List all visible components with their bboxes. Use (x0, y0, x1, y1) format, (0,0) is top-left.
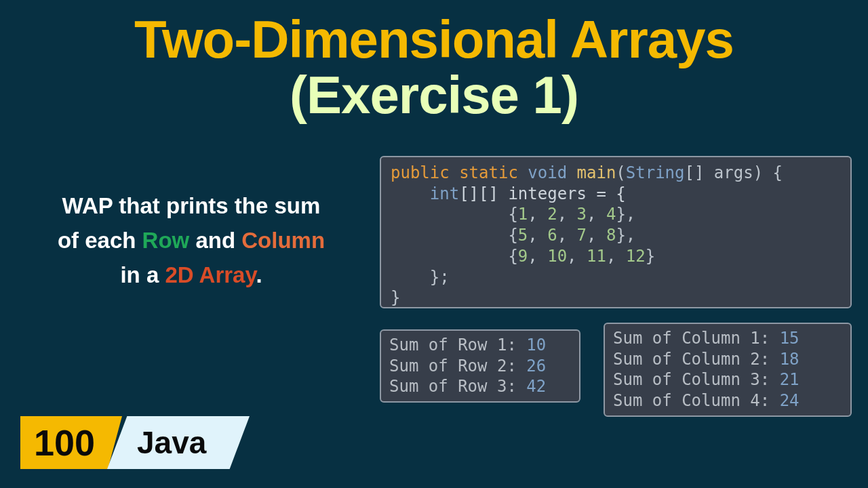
title-line-2: (Exercise 1) (0, 68, 868, 123)
output-column-sums: Sum of Column 1: 15 Sum of Column 2: 18 … (604, 323, 852, 417)
code-snippet-main: public static void main(String[] args) {… (380, 156, 852, 308)
highlight-row: Row (142, 228, 190, 253)
highlight-column: Column (241, 228, 325, 253)
exercise-prompt: WAP that prints the sum of each Row and … (15, 188, 368, 292)
lesson-number-badge: 100 (20, 416, 122, 469)
title-line-1: Two-Dimensional Arrays (0, 12, 868, 68)
lesson-badge: 100 Java (20, 416, 250, 469)
prompt-line-1: WAP that prints the sum (15, 188, 368, 223)
highlight-2d-array: 2D Array (165, 262, 256, 287)
prompt-line-2: of each Row and Column (15, 223, 368, 258)
prompt-line-3: in a 2D Array. (15, 258, 368, 292)
slide-title: Two-Dimensional Arrays (Exercise 1) (0, 0, 868, 123)
language-badge: Java (107, 416, 250, 469)
output-row-sums: Sum of Row 1: 10 Sum of Row 2: 26 Sum of… (380, 329, 580, 403)
